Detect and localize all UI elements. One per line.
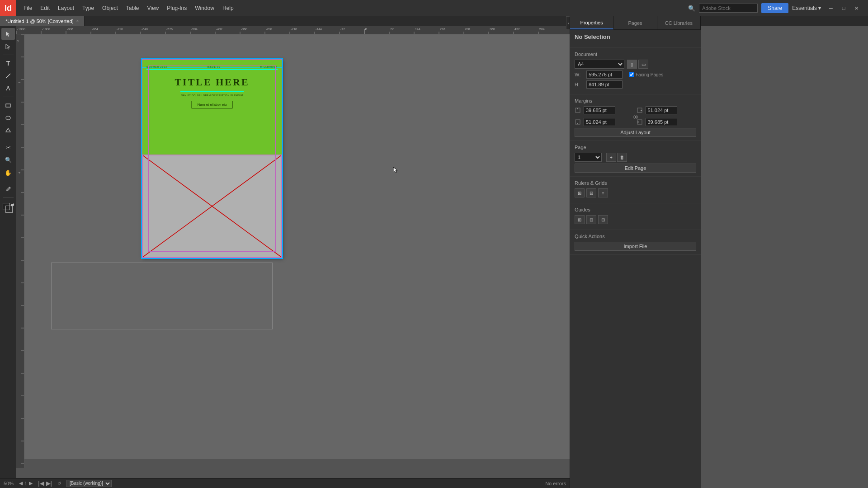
- document-tab[interactable]: *Untitled-1 @ 50% [Converted] ×: [0, 16, 85, 26]
- tool-selector[interactable]: [1, 28, 15, 40]
- svg-text:-864: -864: [92, 28, 98, 31]
- menu-table[interactable]: Table: [123, 3, 143, 13]
- page-section-title: Page: [575, 145, 696, 150]
- zoom-level: 50%: [4, 481, 14, 486]
- page1-subtitle-line: [180, 91, 244, 92]
- menu-right: 🔍 Share Essentials ▾ ─ □ ✕: [688, 0, 868, 16]
- svg-rect-2: [6, 104, 10, 107]
- menu-layout[interactable]: Layout: [54, 3, 78, 13]
- row-guide-icon[interactable]: ⊟: [598, 215, 608, 224]
- tool-pen[interactable]: [1, 83, 15, 94]
- svg-text:-432: -432: [216, 28, 222, 31]
- import-file-button[interactable]: Import File: [575, 242, 696, 251]
- no-selection-section: No Selection: [570, 30, 701, 48]
- tool-polygon[interactable]: [1, 125, 15, 136]
- svg-text:-1080: -1080: [17, 28, 25, 31]
- svg-text:-2: -2: [16, 40, 19, 42]
- tool-ellipse[interactable]: [1, 112, 15, 124]
- share-button[interactable]: Share: [761, 3, 788, 13]
- prev-page-button[interactable]: ◀: [19, 480, 23, 486]
- essentials-button[interactable]: Essentials ▾: [792, 5, 821, 11]
- baseline-grid-icon[interactable]: ≡: [598, 188, 608, 197]
- column-guides-icon[interactable]: ⊟: [586, 188, 596, 197]
- tool-direct-select[interactable]: [1, 41, 15, 52]
- last-page-button[interactable]: ▶|: [46, 480, 52, 487]
- margins-section: Margins 39.685 pt 51.024 pt: [570, 94, 701, 141]
- placeholder-x-lines: [143, 155, 281, 257]
- rulers-icon[interactable]: ⊞: [575, 188, 585, 197]
- canvas-area[interactable]: SUMMER 2023 ISSUE 99 MILLBROOK TITLE HER…: [24, 34, 570, 459]
- landscape-button[interactable]: ▭: [638, 60, 648, 69]
- menu-window[interactable]: Window: [191, 3, 218, 13]
- svg-text:144: 144: [415, 28, 420, 31]
- stock-search-input[interactable]: [699, 4, 758, 13]
- add-page-button[interactable]: +: [606, 153, 616, 162]
- height-value[interactable]: 841.89 pt: [586, 80, 623, 89]
- page-nav-arrows: |◀ ▶|: [38, 480, 52, 487]
- menu-type[interactable]: Type: [79, 3, 98, 13]
- column-guide-icon[interactable]: ⊟: [586, 215, 596, 224]
- tool-line[interactable]: [1, 70, 15, 82]
- margins-grid: 39.685 pt 51.024 pt 51.024 pt: [575, 106, 696, 128]
- svg-text:0: 0: [365, 28, 367, 31]
- svg-text:504: 504: [539, 28, 545, 31]
- facing-pages-row: Facing Pages: [629, 72, 663, 77]
- svg-text:-720: -720: [117, 28, 123, 31]
- fill-stroke-indicator[interactable]: ⇌: [2, 202, 14, 215]
- adjust-layout-button[interactable]: Adjust Layout: [575, 128, 696, 137]
- menu-object[interactable]: Object: [99, 3, 122, 13]
- no-selection-label: No Selection: [575, 33, 696, 40]
- page1-cover[interactable]: SUMMER 2023 ISSUE 99 MILLBROOK TITLE HER…: [142, 59, 282, 258]
- panel-tab-pages[interactable]: Pages: [613, 16, 657, 29]
- tool-scissors[interactable]: ✂: [1, 141, 15, 153]
- document-size-select[interactable]: A4 A3 Letter: [575, 60, 624, 69]
- tool-eyedropper[interactable]: [1, 183, 15, 195]
- guides-section: Guides ⊞ ⊟ ⊟: [570, 203, 701, 230]
- tab-close-button[interactable]: ×: [76, 19, 79, 23]
- edit-page-button[interactable]: Edit Page: [575, 164, 696, 173]
- margin-left-input[interactable]: 39.685 pt: [646, 118, 677, 126]
- facing-pages-checkbox[interactable]: [629, 72, 634, 77]
- menu-help[interactable]: Help: [219, 3, 237, 13]
- width-value[interactable]: 595.276 pt: [586, 70, 623, 79]
- delete-page-button[interactable]: 🗑: [617, 153, 627, 162]
- rulers-grids-title: Rulers & Grids: [575, 180, 696, 186]
- page1-cta-button[interactable]: Nam et ellabor eiu: [192, 101, 233, 108]
- height-label: H:: [575, 82, 584, 87]
- menu-file[interactable]: File: [20, 3, 36, 13]
- svg-text:72: 72: [390, 28, 394, 31]
- document-section: Document A4 A3 Letter ▯ ▭ W: 595.276 pt …: [570, 48, 701, 94]
- menu-plugins[interactable]: Plug-Ins: [163, 3, 190, 13]
- page1-meta-right: MILLBROOK: [260, 66, 278, 68]
- tool-zoom[interactable]: 🔍: [1, 154, 15, 166]
- tool-hand[interactable]: ✋: [1, 167, 15, 178]
- svg-point-1: [8, 86, 9, 88]
- document-size-row: A4 A3 Letter ▯ ▭: [575, 60, 696, 69]
- next-page-button[interactable]: ▶: [29, 480, 33, 486]
- menu-view[interactable]: View: [143, 3, 162, 13]
- svg-text:-504: -504: [191, 28, 198, 31]
- add-guide-icon[interactable]: ⊞: [575, 215, 585, 224]
- margin-bottom-input[interactable]: 51.024 pt: [584, 118, 615, 126]
- panel-tab-properties[interactable]: Properties: [570, 16, 613, 29]
- tool-type[interactable]: T: [1, 57, 15, 69]
- margin-top-input[interactable]: 39.685 pt: [584, 106, 615, 114]
- svg-text:288: 288: [465, 28, 470, 31]
- margin-bottom-icon: [575, 119, 581, 125]
- page-section: Page 1 2 + 🗑 Edit Page: [570, 141, 701, 177]
- first-page-button[interactable]: |◀: [38, 480, 44, 487]
- window-controls: ─ □ ✕: [825, 0, 863, 16]
- panel-tab-libraries[interactable]: CC Libraries: [657, 16, 701, 29]
- maximize-button[interactable]: □: [837, 0, 850, 16]
- tool-rectangle[interactable]: [1, 99, 15, 111]
- margin-right-input[interactable]: 51.024 pt: [646, 106, 677, 114]
- page1-image-placeholder[interactable]: [142, 155, 282, 258]
- menu-edit[interactable]: Edit: [37, 3, 53, 13]
- portrait-button[interactable]: ▯: [627, 60, 637, 69]
- minimize-button[interactable]: ─: [825, 0, 837, 16]
- page-number-select[interactable]: 1 2: [575, 153, 602, 162]
- style-select[interactable]: [Basic (working)]: [66, 480, 112, 487]
- margin-link-icon[interactable]: [632, 113, 639, 121]
- close-button[interactable]: ✕: [850, 0, 863, 16]
- page2-spread[interactable]: ISSUE 99 CONTENTS 4 PIT DOLUPTAS ET EIUM…: [51, 263, 273, 329]
